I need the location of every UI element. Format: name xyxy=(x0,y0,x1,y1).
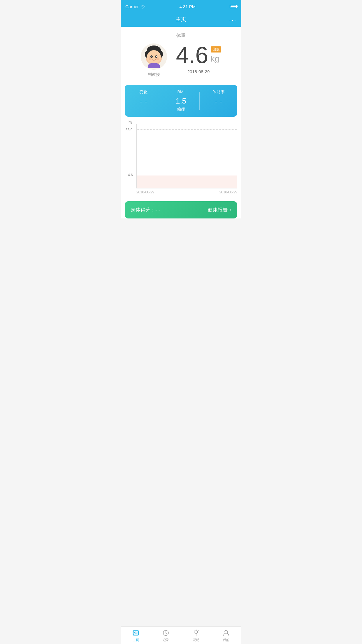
time-display: 4:31 PM xyxy=(179,4,196,9)
bias-badge: 偏低 xyxy=(211,46,221,52)
stat-bmi-title: BMI xyxy=(162,90,200,94)
score-action[interactable]: 健康报告 › xyxy=(208,206,231,213)
chart-container: kg 56.0 4.6 xyxy=(136,124,237,188)
stat-bmi-value: 1.5 xyxy=(162,97,200,106)
svg-point-9 xyxy=(149,57,152,60)
menu-button[interactable]: ··· xyxy=(229,17,237,23)
score-bar[interactable]: 身体得分：- - 健康报告 › xyxy=(125,201,237,218)
bottom-spacer xyxy=(121,223,241,240)
stat-change-value: - - xyxy=(125,97,162,106)
weight-row: 副教授 4.6 偏低 kg 2018-08-29 xyxy=(126,43,236,77)
svg-point-10 xyxy=(156,57,159,60)
stat-bmi: BMI 1.5 偏瘦 xyxy=(162,90,200,112)
weight-label: 体重 xyxy=(126,33,236,39)
stat-body-fat: 体脂率 - - xyxy=(200,90,237,112)
svg-point-4 xyxy=(147,50,161,64)
header-title: 主页 xyxy=(176,16,186,22)
page-header: 主页 ··· xyxy=(121,13,241,27)
avatar-image xyxy=(142,45,166,68)
avatar xyxy=(141,43,167,70)
stat-change: 变化 - - xyxy=(125,90,162,112)
chart-x-start: 2018-08-29 xyxy=(136,190,154,194)
chart-dashed-label: 56.0 xyxy=(126,128,132,132)
stat-bmi-sub: 偏瘦 xyxy=(162,107,200,112)
main-content: 体重 xyxy=(121,27,241,218)
chart-x-end: 2018-08-29 xyxy=(219,190,237,194)
chart-solid-label: 4.6 xyxy=(128,173,133,177)
carrier-info: Carrier xyxy=(125,4,145,9)
chart-x-labels: 2018-08-29 2018-08-29 xyxy=(136,190,237,194)
chart-solid-line xyxy=(137,175,237,175)
battery-icon xyxy=(230,5,237,8)
wifi-icon xyxy=(140,4,145,8)
score-label: 身体得分：- - xyxy=(131,206,160,213)
stat-body-fat-title: 体脂率 xyxy=(200,90,237,95)
weight-unit: kg xyxy=(211,54,219,64)
weight-section: 体重 xyxy=(121,27,241,80)
weight-value-area: 4.6 偏低 kg 2018-08-29 xyxy=(176,43,221,74)
weight-number-row: 4.6 偏低 kg xyxy=(176,43,221,67)
chart-y-label: kg xyxy=(129,120,132,124)
chart-fill xyxy=(137,175,237,188)
stat-change-title: 变化 xyxy=(125,90,162,95)
svg-point-8 xyxy=(156,56,157,57)
stat-body-fat-value: - - xyxy=(200,97,237,106)
health-report-label: 健康报告 xyxy=(208,206,228,213)
avatar-name: 副教授 xyxy=(148,72,160,77)
chart-area: kg 56.0 4.6 2018-08-29 2018-08-29 xyxy=(121,121,241,197)
chevron-right-icon: › xyxy=(229,206,231,213)
avatar-area: 副教授 xyxy=(141,43,167,77)
weight-right: 偏低 kg xyxy=(211,43,221,64)
status-bar: Carrier 4:31 PM xyxy=(121,0,241,13)
svg-point-7 xyxy=(152,56,152,57)
weight-number: 4.6 xyxy=(176,43,208,67)
stats-bar: 变化 - - BMI 1.5 偏瘦 体脂率 - - xyxy=(125,85,237,117)
carrier-text: Carrier xyxy=(125,4,139,9)
chart-dashed-line xyxy=(137,130,237,130)
weight-date: 2018-08-29 xyxy=(187,69,210,74)
